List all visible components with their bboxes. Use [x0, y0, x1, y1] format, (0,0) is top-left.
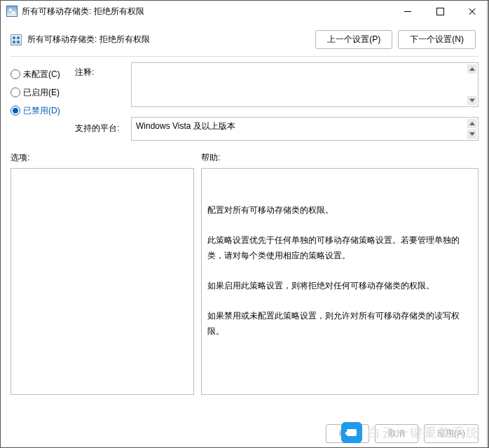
close-button[interactable]: [456, 1, 488, 22]
policy-header: 所有可移动存储类: 拒绝所有权限 上一个设置(P) 下一个设置(N): [1, 22, 488, 56]
scroll-up-icon[interactable]: [467, 119, 476, 128]
options-pane: [11, 168, 194, 395]
options-label: 选项:: [11, 152, 201, 164]
next-setting-button[interactable]: 下一个设置(N): [398, 30, 476, 49]
panes: 配置对所有可移动存储类的权限。 此策略设置优先于任何单独的可移动存储策略设置。若…: [1, 167, 488, 395]
radio-label-disabled: 已禁用(D): [23, 105, 60, 117]
field-values: Windows Vista 及以上版本: [131, 62, 478, 141]
mid-labels: 选项: 帮助:: [1, 145, 488, 167]
radio-input-enabled[interactable]: [11, 88, 20, 97]
radio-label-enabled: 已启用(E): [23, 87, 60, 99]
config-area: 未配置(C) 已启用(E) 已禁用(D) 注释: 支持的平台: Windows …: [1, 59, 488, 145]
scroll-up-icon[interactable]: [467, 64, 476, 74]
policy-title: 所有可移动存储类: 拒绝所有权限: [27, 34, 315, 46]
scroll-down-icon[interactable]: [467, 130, 476, 139]
divider: [11, 56, 478, 57]
radio-input-disabled[interactable]: [11, 106, 20, 115]
radio-label-not-configured: 未配置(C): [23, 69, 60, 80]
platform-textarea: Windows Vista 及以上版本: [131, 117, 478, 141]
app-icon: [6, 6, 18, 17]
field-labels: 注释: 支持的平台:: [75, 62, 124, 141]
platform-value: Windows Vista 及以上版本: [136, 120, 235, 132]
radio-not-configured[interactable]: 未配置(C): [11, 65, 68, 83]
scroll-down-icon[interactable]: [467, 96, 476, 105]
dialog-footer: 确定 取消 应用(A): [326, 424, 478, 443]
apply-button[interactable]: 应用(A): [424, 424, 478, 443]
window-title: 所有可移动存储类: 拒绝所有权限: [22, 6, 392, 18]
radio-enabled[interactable]: 已启用(E): [11, 83, 68, 102]
help-pane: 配置对所有可移动存储类的权限。 此策略设置优先于任何单独的可移动存储策略设置。若…: [201, 168, 478, 395]
radio-group: 未配置(C) 已启用(E) 已禁用(D): [11, 62, 68, 141]
maximize-button[interactable]: [424, 1, 456, 22]
platform-label: 支持的平台:: [75, 122, 124, 136]
radio-input-not-configured[interactable]: [11, 69, 20, 79]
radio-disabled[interactable]: 已禁用(D): [11, 102, 68, 120]
prev-setting-button[interactable]: 上一个设置(P): [315, 30, 392, 49]
titlebar: 所有可移动存储类: 拒绝所有权限: [1, 1, 488, 22]
window-controls: [392, 1, 488, 22]
minimize-button[interactable]: [392, 1, 424, 22]
comment-textarea[interactable]: [131, 62, 478, 107]
help-label: 帮助:: [201, 152, 220, 164]
help-text: 配置对所有可移动存储类的权限。 此策略设置优先于任何单独的可移动存储策略设置。若…: [207, 203, 472, 339]
comment-label: 注释:: [75, 66, 124, 80]
ok-button[interactable]: 确定: [326, 424, 369, 443]
nav-buttons: 上一个设置(P) 下一个设置(N): [315, 30, 476, 49]
policy-icon: [11, 34, 22, 46]
cancel-button[interactable]: 取消: [375, 424, 418, 443]
